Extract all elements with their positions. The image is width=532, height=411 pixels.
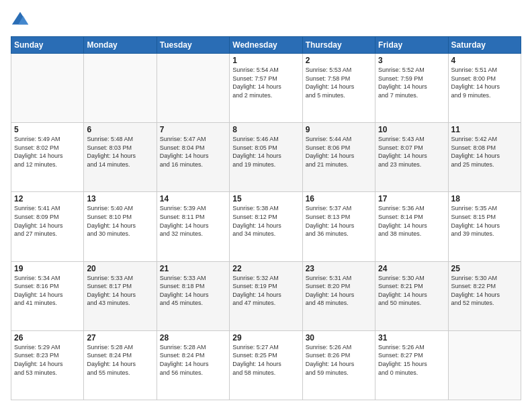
calendar-week-row: 1Sunrise: 5:54 AM Sunset: 7:57 PM Daylig… — [11, 54, 521, 123]
page: SundayMondayTuesdayWednesdayThursdayFrid… — [0, 0, 532, 411]
day-number: 17 — [378, 194, 445, 203]
day-info: Sunrise: 5:29 AM Sunset: 8:23 PM Dayligh… — [14, 343, 81, 377]
calendar-cell: 31Sunrise: 5:26 AM Sunset: 8:27 PM Dayli… — [375, 330, 448, 400]
calendar-week-row: 5Sunrise: 5:49 AM Sunset: 8:02 PM Daylig… — [11, 123, 521, 192]
day-info: Sunrise: 5:31 AM Sunset: 8:20 PM Dayligh… — [306, 274, 372, 308]
day-number: 20 — [87, 264, 153, 273]
day-info: Sunrise: 5:30 AM Sunset: 8:22 PM Dayligh… — [451, 274, 518, 308]
day-number: 6 — [87, 125, 153, 134]
day-info: Sunrise: 5:49 AM Sunset: 8:02 PM Dayligh… — [14, 135, 81, 169]
calendar-cell: 29Sunrise: 5:27 AM Sunset: 8:25 PM Dayli… — [230, 330, 302, 400]
day-info: Sunrise: 5:47 AM Sunset: 8:04 PM Dayligh… — [160, 135, 226, 169]
calendar-cell — [11, 54, 84, 123]
calendar-cell: 20Sunrise: 5:33 AM Sunset: 8:17 PM Dayli… — [84, 261, 157, 330]
calendar-cell: 14Sunrise: 5:39 AM Sunset: 8:11 PM Dayli… — [157, 192, 229, 261]
calendar-table: SundayMondayTuesdayWednesdayThursdayFrid… — [11, 36, 521, 400]
day-info: Sunrise: 5:35 AM Sunset: 8:15 PM Dayligh… — [451, 204, 518, 238]
day-number: 23 — [306, 264, 372, 273]
day-number: 30 — [306, 333, 372, 342]
day-info: Sunrise: 5:43 AM Sunset: 8:07 PM Dayligh… — [378, 135, 445, 169]
day-number: 16 — [306, 194, 372, 203]
calendar-cell: 1Sunrise: 5:54 AM Sunset: 7:57 PM Daylig… — [230, 54, 302, 123]
day-info: Sunrise: 5:46 AM Sunset: 8:05 PM Dayligh… — [232, 135, 299, 169]
day-number: 15 — [232, 194, 299, 203]
weekday-header: Tuesday — [157, 37, 229, 54]
calendar-cell: 4Sunrise: 5:51 AM Sunset: 8:00 PM Daylig… — [448, 54, 521, 123]
day-number: 14 — [160, 194, 226, 203]
calendar-cell: 7Sunrise: 5:47 AM Sunset: 8:04 PM Daylig… — [157, 123, 229, 192]
day-number: 25 — [451, 264, 518, 273]
calendar-cell: 21Sunrise: 5:33 AM Sunset: 8:18 PM Dayli… — [157, 261, 229, 330]
calendar-cell: 19Sunrise: 5:34 AM Sunset: 8:16 PM Dayli… — [11, 261, 84, 330]
calendar-cell: 13Sunrise: 5:40 AM Sunset: 8:10 PM Dayli… — [84, 192, 157, 261]
day-number: 2 — [306, 56, 372, 65]
day-number: 24 — [378, 264, 445, 273]
calendar-week-row: 19Sunrise: 5:34 AM Sunset: 8:16 PM Dayli… — [11, 261, 521, 330]
day-info: Sunrise: 5:40 AM Sunset: 8:10 PM Dayligh… — [87, 204, 153, 238]
day-number: 18 — [451, 194, 518, 203]
day-info: Sunrise: 5:51 AM Sunset: 8:00 PM Dayligh… — [451, 66, 518, 99]
calendar-cell — [84, 54, 157, 123]
day-number: 13 — [87, 194, 153, 203]
day-info: Sunrise: 5:53 AM Sunset: 7:58 PM Dayligh… — [306, 66, 372, 99]
day-number: 31 — [378, 333, 445, 342]
day-info: Sunrise: 5:44 AM Sunset: 8:06 PM Dayligh… — [306, 135, 372, 169]
calendar-cell: 16Sunrise: 5:37 AM Sunset: 8:13 PM Dayli… — [302, 192, 375, 261]
day-info: Sunrise: 5:26 AM Sunset: 8:27 PM Dayligh… — [378, 343, 445, 377]
calendar-week-row: 26Sunrise: 5:29 AM Sunset: 8:23 PM Dayli… — [11, 330, 521, 400]
calendar-cell: 2Sunrise: 5:53 AM Sunset: 7:58 PM Daylig… — [302, 54, 375, 123]
day-info: Sunrise: 5:34 AM Sunset: 8:16 PM Dayligh… — [14, 274, 81, 308]
day-number: 9 — [306, 125, 372, 134]
calendar-cell: 30Sunrise: 5:26 AM Sunset: 8:26 PM Dayli… — [302, 330, 375, 400]
day-info: Sunrise: 5:38 AM Sunset: 8:12 PM Dayligh… — [232, 204, 299, 238]
day-info: Sunrise: 5:30 AM Sunset: 8:21 PM Dayligh… — [378, 274, 445, 308]
weekday-header: Thursday — [302, 37, 375, 54]
calendar-cell: 11Sunrise: 5:42 AM Sunset: 8:08 PM Dayli… — [448, 123, 521, 192]
calendar-cell: 23Sunrise: 5:31 AM Sunset: 8:20 PM Dayli… — [302, 261, 375, 330]
calendar-header-row: SundayMondayTuesdayWednesdayThursdayFrid… — [11, 37, 521, 54]
calendar-cell: 12Sunrise: 5:41 AM Sunset: 8:09 PM Dayli… — [11, 192, 84, 261]
weekday-header: Friday — [375, 37, 448, 54]
day-info: Sunrise: 5:33 AM Sunset: 8:18 PM Dayligh… — [160, 274, 226, 308]
day-number: 8 — [232, 125, 299, 134]
day-number: 27 — [87, 333, 153, 342]
calendar-cell: 15Sunrise: 5:38 AM Sunset: 8:12 PM Dayli… — [230, 192, 302, 261]
calendar-cell: 10Sunrise: 5:43 AM Sunset: 8:07 PM Dayli… — [375, 123, 448, 192]
day-number: 7 — [160, 125, 226, 134]
day-number: 21 — [160, 264, 226, 273]
weekday-header: Monday — [84, 37, 157, 54]
calendar-cell: 8Sunrise: 5:46 AM Sunset: 8:05 PM Daylig… — [230, 123, 302, 192]
calendar-cell — [157, 54, 229, 123]
day-info: Sunrise: 5:28 AM Sunset: 8:24 PM Dayligh… — [160, 343, 226, 377]
day-number: 12 — [14, 194, 81, 203]
calendar-cell: 5Sunrise: 5:49 AM Sunset: 8:02 PM Daylig… — [11, 123, 84, 192]
calendar-cell: 25Sunrise: 5:30 AM Sunset: 8:22 PM Dayli… — [448, 261, 521, 330]
day-info: Sunrise: 5:28 AM Sunset: 8:24 PM Dayligh… — [87, 343, 153, 377]
calendar-cell — [448, 330, 521, 400]
header — [11, 11, 521, 30]
day-info: Sunrise: 5:33 AM Sunset: 8:17 PM Dayligh… — [87, 274, 153, 308]
day-number: 19 — [14, 264, 81, 273]
day-number: 4 — [451, 56, 518, 65]
day-info: Sunrise: 5:42 AM Sunset: 8:08 PM Dayligh… — [451, 135, 518, 169]
day-info: Sunrise: 5:27 AM Sunset: 8:25 PM Dayligh… — [232, 343, 299, 377]
logo — [11, 11, 31, 30]
weekday-header: Saturday — [448, 37, 521, 54]
day-info: Sunrise: 5:48 AM Sunset: 8:03 PM Dayligh… — [87, 135, 153, 169]
calendar-cell: 6Sunrise: 5:48 AM Sunset: 8:03 PM Daylig… — [84, 123, 157, 192]
day-info: Sunrise: 5:52 AM Sunset: 7:59 PM Dayligh… — [378, 66, 445, 99]
day-number: 28 — [160, 333, 226, 342]
calendar-cell: 26Sunrise: 5:29 AM Sunset: 8:23 PM Dayli… — [11, 330, 84, 400]
calendar-cell: 27Sunrise: 5:28 AM Sunset: 8:24 PM Dayli… — [84, 330, 157, 400]
calendar-cell: 9Sunrise: 5:44 AM Sunset: 8:06 PM Daylig… — [302, 123, 375, 192]
day-number: 3 — [378, 56, 445, 65]
day-info: Sunrise: 5:26 AM Sunset: 8:26 PM Dayligh… — [306, 343, 372, 377]
calendar-cell: 3Sunrise: 5:52 AM Sunset: 7:59 PM Daylig… — [375, 54, 448, 123]
day-info: Sunrise: 5:54 AM Sunset: 7:57 PM Dayligh… — [232, 66, 299, 99]
day-info: Sunrise: 5:37 AM Sunset: 8:13 PM Dayligh… — [306, 204, 372, 238]
day-info: Sunrise: 5:36 AM Sunset: 8:14 PM Dayligh… — [378, 204, 445, 238]
logo-icon — [11, 11, 30, 30]
calendar-cell: 17Sunrise: 5:36 AM Sunset: 8:14 PM Dayli… — [375, 192, 448, 261]
calendar-week-row: 12Sunrise: 5:41 AM Sunset: 8:09 PM Dayli… — [11, 192, 521, 261]
day-info: Sunrise: 5:39 AM Sunset: 8:11 PM Dayligh… — [160, 204, 226, 238]
